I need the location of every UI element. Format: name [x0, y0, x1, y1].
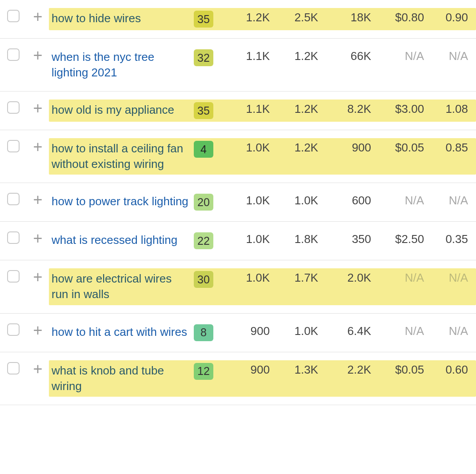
metric-cell: 6.4K: [322, 324, 375, 338]
keyword-table: +how to hide wires351.2K2.5K18K$0.800.90…: [0, 0, 476, 405]
keyword-link[interactable]: how are electrical wires run in walls: [52, 271, 188, 302]
row-checkbox[interactable]: [7, 193, 20, 205]
metric-cell: 1.0K: [273, 194, 322, 207]
keyword-link[interactable]: how to hit a cart with wires: [52, 324, 187, 340]
cpc-cell: $3.00: [375, 102, 428, 116]
table-row: +what is knob and tube wiring129001.3K2.…: [0, 352, 476, 405]
row-content: how to install a ceiling fan without exi…: [49, 138, 476, 175]
row-checkbox[interactable]: [7, 231, 20, 244]
metric-cell: 18K: [322, 11, 375, 24]
keyword-link[interactable]: what is knob and tube wiring: [52, 363, 188, 394]
row-checkbox[interactable]: [7, 10, 20, 22]
metric-cell: 66K: [322, 49, 375, 63]
expand-row-icon[interactable]: +: [27, 322, 49, 339]
row-content: what is knob and tube wiring129001.3K2.2…: [49, 360, 476, 397]
volume-cell: 1.0K: [225, 194, 273, 207]
metric-cell: 2.2K: [322, 363, 375, 377]
expand-row-icon[interactable]: +: [27, 138, 49, 155]
difficulty-badge: 4: [194, 141, 213, 158]
table-row: +how to install a ceiling fan without ex…: [0, 130, 476, 183]
metric-cell: 0.35: [428, 232, 472, 246]
difficulty-badge: 30: [194, 271, 213, 288]
difficulty-badge: 32: [194, 49, 213, 66]
volume-cell: 1.0K: [225, 271, 273, 285]
row-checkbox[interactable]: [7, 362, 20, 374]
volume-cell: 1.2K: [225, 11, 273, 24]
metric-cell: 1.2K: [273, 102, 322, 116]
cpc-cell: N/A: [375, 271, 428, 285]
metric-cell: 1.3K: [273, 363, 322, 377]
table-row: +how to hide wires351.2K2.5K18K$0.800.90: [0, 0, 476, 39]
metric-cell: 0.60: [428, 363, 472, 377]
table-row: +how to hit a cart with wires89001.0K6.4…: [0, 314, 476, 352]
volume-cell: 900: [225, 324, 273, 338]
row-content: how to hide wires351.2K2.5K18K$0.800.90: [49, 8, 476, 30]
row-content: how old is my appliance351.1K1.2K8.2K$3.…: [49, 100, 476, 122]
metric-cell: 1.8K: [273, 232, 322, 246]
metric-cell: N/A: [428, 324, 472, 338]
row-content: how are electrical wires run in walls301…: [49, 268, 476, 305]
row-content: what is recessed lighting221.0K1.8K350$2…: [49, 230, 476, 252]
metric-cell: 0.85: [428, 141, 472, 155]
cpc-cell: $0.05: [375, 363, 428, 377]
metric-cell: 350: [322, 232, 375, 246]
metric-cell: N/A: [428, 194, 472, 207]
row-checkbox[interactable]: [7, 323, 20, 336]
row-checkbox[interactable]: [7, 140, 20, 152]
difficulty-badge: 35: [194, 102, 213, 119]
row-content: how to power track lighting201.0K1.0K600…: [49, 191, 476, 213]
cpc-cell: $0.80: [375, 11, 428, 24]
difficulty-badge: 20: [194, 194, 213, 211]
keyword-link[interactable]: when is the nyc tree lighting 2021: [52, 49, 188, 80]
cpc-cell: $2.50: [375, 232, 428, 246]
metric-cell: 1.2K: [273, 49, 322, 63]
cpc-cell: N/A: [375, 194, 428, 207]
cpc-cell: $0.05: [375, 141, 428, 155]
cpc-cell: N/A: [375, 324, 428, 338]
volume-cell: 1.0K: [225, 232, 273, 246]
metric-cell: 900: [322, 141, 375, 155]
row-content: when is the nyc tree lighting 2021321.1K…: [49, 47, 476, 83]
metric-cell: N/A: [428, 271, 472, 285]
metric-cell: 1.0K: [273, 324, 322, 338]
metric-cell: 1.7K: [273, 271, 322, 285]
volume-cell: 1.1K: [225, 49, 273, 63]
expand-row-icon[interactable]: +: [27, 8, 49, 25]
volume-cell: 1.1K: [225, 102, 273, 116]
metric-cell: 1.08: [428, 102, 472, 116]
row-checkbox[interactable]: [7, 48, 20, 61]
volume-cell: 1.0K: [225, 141, 273, 155]
expand-row-icon[interactable]: +: [27, 230, 49, 247]
metric-cell: 8.2K: [322, 102, 375, 116]
metric-cell: 600: [322, 194, 375, 207]
metric-cell: 2.0K: [322, 271, 375, 285]
difficulty-badge: 35: [194, 11, 213, 28]
table-row: +what is recessed lighting221.0K1.8K350$…: [0, 222, 476, 260]
expand-row-icon[interactable]: +: [27, 360, 49, 377]
metric-cell: 2.5K: [273, 11, 322, 24]
table-row: +how are electrical wires run in walls30…: [0, 260, 476, 313]
keyword-link[interactable]: what is recessed lighting: [52, 232, 177, 248]
expand-row-icon[interactable]: +: [27, 191, 49, 208]
row-content: how to hit a cart with wires89001.0K6.4K…: [49, 322, 476, 344]
keyword-link[interactable]: how to install a ceiling fan without exi…: [52, 141, 188, 172]
difficulty-badge: 22: [194, 232, 213, 249]
keyword-link[interactable]: how old is my appliance: [52, 102, 174, 118]
metric-cell: N/A: [428, 49, 472, 63]
table-row: +how old is my appliance351.1K1.2K8.2K$3…: [0, 92, 476, 130]
difficulty-badge: 8: [194, 324, 213, 341]
difficulty-badge: 12: [194, 363, 213, 380]
expand-row-icon[interactable]: +: [27, 268, 49, 285]
row-checkbox[interactable]: [7, 270, 20, 283]
table-row: +how to power track lighting201.0K1.0K60…: [0, 183, 476, 222]
cpc-cell: N/A: [375, 49, 428, 63]
metric-cell: 0.90: [428, 11, 472, 24]
table-row: +when is the nyc tree lighting 2021321.1…: [0, 39, 476, 92]
metric-cell: 1.2K: [273, 141, 322, 155]
expand-row-icon[interactable]: +: [27, 100, 49, 116]
row-checkbox[interactable]: [7, 101, 20, 114]
keyword-link[interactable]: how to power track lighting: [52, 194, 188, 209]
volume-cell: 900: [225, 363, 273, 377]
expand-row-icon[interactable]: +: [27, 47, 49, 64]
keyword-link[interactable]: how to hide wires: [52, 11, 141, 26]
